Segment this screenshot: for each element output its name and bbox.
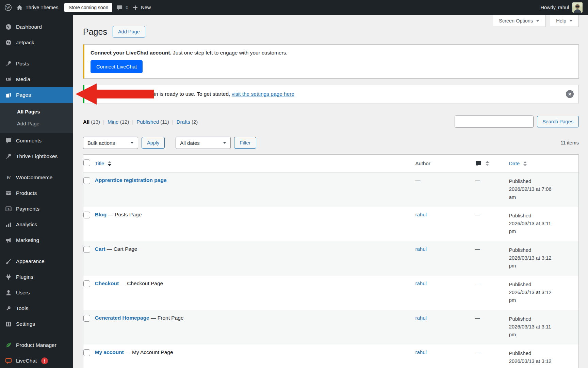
select-all-checkbox[interactable] [83, 159, 90, 166]
screen-options-button[interactable]: Screen Options [493, 15, 545, 27]
sidebar-item-thrive-lightboxes[interactable]: Thrive Lightboxes [0, 149, 73, 164]
page-title-link[interactable]: Checkout [95, 280, 119, 286]
site-name-link[interactable]: Thrive Themes [16, 4, 58, 11]
sidebar-item-woocommerce[interactable]: WWooCommerce [0, 170, 73, 185]
help-button[interactable]: Help [550, 15, 579, 27]
author-link[interactable]: rahul [415, 315, 427, 321]
row-checkbox[interactable] [83, 177, 90, 184]
sidebar-item-analytics[interactable]: Analytics [0, 217, 73, 232]
settings-page-link[interactable]: visit the settings page here [232, 91, 294, 97]
sidebar-item-settings[interactable]: Settings [0, 316, 73, 332]
sidebar-item-label: Appearance [16, 258, 45, 264]
page-title-suffix: — Checkout Page [119, 280, 163, 286]
sidebar-item-plugins[interactable]: Plugins [0, 269, 73, 285]
table-row-blog: Blog — Posts Pagerahul—Published2026/03/… [83, 207, 579, 241]
sidebar-item-posts[interactable]: Posts [0, 56, 73, 72]
sidebar-item-product-manager[interactable]: Product Manager [0, 337, 73, 353]
view-all[interactable]: All (13) [83, 119, 100, 125]
date-filter-select[interactable]: All dates [176, 137, 231, 149]
main-content: Screen Options Help Pages Add Page Conne… [73, 15, 588, 368]
items-count: 11 items [560, 140, 579, 145]
sidebar-subitem-add-page[interactable]: Add Page [0, 118, 73, 129]
sidebar-item-label: Settings [16, 321, 35, 327]
chevron-down-icon [536, 20, 539, 22]
products-icon [5, 189, 12, 197]
comment-count: 0 [126, 5, 128, 10]
sidebar-item-label: Users [16, 290, 30, 296]
dashboard-icon [5, 23, 12, 31]
sidebar-item-products[interactable]: Products [0, 185, 73, 201]
new-content-menu[interactable]: New [132, 5, 151, 11]
page-title-link[interactable]: Blog [95, 212, 107, 217]
date-cell: Published2026/03/13 at 3:11pm [509, 212, 575, 235]
view-published[interactable]: Published (11) [136, 119, 169, 125]
sidebar-item-users[interactable]: Users [0, 285, 73, 301]
sidebar-subitem-all-pages[interactable]: All Pages [0, 106, 73, 118]
column-header-comments[interactable] [475, 155, 509, 172]
sidebar-item-label: Jetpack [16, 40, 34, 46]
sidebar-item-label: LiveChat [16, 358, 37, 364]
sidebar-item-media[interactable]: Media [0, 72, 73, 87]
home-icon [16, 4, 23, 11]
store-coming-soon-badge[interactable]: Store coming soon [64, 3, 112, 12]
row-checkbox[interactable] [83, 280, 90, 287]
dismiss-notice-button[interactable]: ✕ [566, 90, 574, 98]
column-header-title[interactable]: Title [95, 155, 415, 172]
search-pages-button[interactable]: Search Pages [537, 116, 579, 127]
date-cell: Published2026/03/13 at 3:12pm [509, 349, 575, 368]
column-header-date[interactable]: Date [509, 155, 579, 172]
add-page-button[interactable]: Add Page [113, 26, 145, 37]
page-title-link[interactable]: My account [95, 349, 124, 355]
page-title-link[interactable]: Apprentice registration page [95, 177, 167, 183]
table-row-cart: Cart — Cart Pagerahul—Published2026/03/1… [83, 241, 579, 276]
pushpin-icon [5, 60, 12, 67]
apply-button[interactable]: Apply [142, 137, 165, 149]
marketing-icon [5, 236, 12, 244]
sidebar-item-livechat[interactable]: LiveChat! [0, 353, 73, 368]
page-title-link[interactable]: Generated Homepage [95, 315, 149, 321]
author-link[interactable]: rahul [415, 212, 427, 217]
howdy-user[interactable]: Howdy, rahul [540, 5, 569, 10]
jetpack-icon [5, 39, 12, 46]
page-title-link[interactable]: Cart [95, 246, 105, 252]
comments-empty-dash: — [475, 349, 480, 355]
sidebar-item-label: Marketing [16, 237, 39, 243]
bulk-actions-select[interactable]: Bulk actions [83, 137, 138, 149]
pushpin-icon [5, 153, 12, 160]
sidebar-item-label: Media [16, 76, 30, 82]
search-pages-input[interactable] [455, 116, 534, 128]
view-drafts[interactable]: Drafts (2) [177, 119, 198, 125]
author-link[interactable]: rahul [415, 349, 427, 355]
sidebar-item-label: Dashboard [16, 24, 42, 30]
admin-bar-comments[interactable]: 0 [116, 4, 128, 11]
connect-livechat-button[interactable]: Connect LiveChat [91, 60, 143, 73]
table-row-generated-homepage: Generated Homepage — Front Pagerahul—Pub… [83, 310, 579, 344]
sidebar-item-marketing[interactable]: Marketing [0, 232, 73, 248]
admin-bar: W Thrive Themes Store coming soon 0 New … [0, 0, 588, 15]
sidebar-item-dashboard[interactable]: Dashboard [0, 19, 73, 35]
sidebar-item-comments[interactable]: Comments [0, 133, 73, 149]
sidebar-item-tools[interactable]: Tools [0, 301, 73, 316]
row-checkbox[interactable] [83, 212, 90, 218]
author-link[interactable]: rahul [415, 246, 427, 252]
sidebar-item-jetpack[interactable]: Jetpack [0, 35, 73, 50]
avatar[interactable] [572, 2, 583, 13]
wordpress-logo-icon: W [4, 3, 12, 12]
wordpress-logo-menu[interactable]: W [4, 3, 12, 12]
sidebar-item-appearance[interactable]: Appearance [0, 254, 73, 269]
chevron-down-icon [569, 20, 573, 22]
site-name-label: Thrive Themes [26, 5, 58, 10]
row-checkbox[interactable] [83, 315, 90, 322]
view-mine[interactable]: Mine (12) [108, 119, 129, 125]
chevron-down-icon [223, 142, 226, 144]
list-views: All (13) | Mine (12) | Published (11) | … [83, 119, 198, 125]
filter-button[interactable]: Filter [234, 137, 256, 149]
author-link[interactable]: rahul [415, 280, 427, 286]
sidebar-item-pages[interactable]: Pages [0, 87, 73, 103]
row-checkbox[interactable] [83, 246, 90, 253]
alert-badge: ! [41, 357, 48, 364]
sidebar-item-payments[interactable]: $Payments [0, 201, 73, 217]
page-title: Pages [83, 25, 107, 38]
row-checkbox[interactable] [83, 349, 90, 356]
pages-table: Title Author Date [83, 154, 579, 368]
